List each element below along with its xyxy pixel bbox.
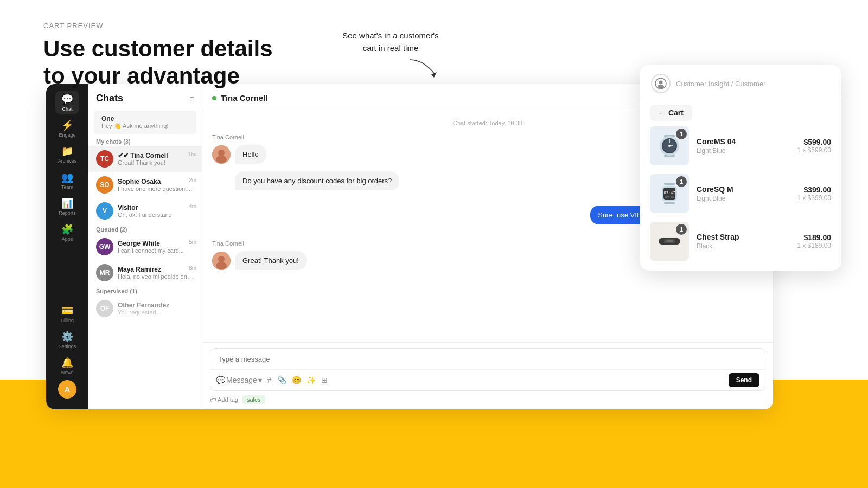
billing-nav-label: Billing bbox=[61, 318, 74, 323]
chat-avatar-visitor: V bbox=[96, 202, 113, 220]
svg-point-8 bbox=[218, 256, 225, 262]
svg-text:BPM 85: BPM 85 bbox=[665, 195, 674, 198]
insight-back-button[interactable]: ← Cart bbox=[650, 105, 692, 121]
settings-nav-label: Settings bbox=[59, 344, 76, 349]
chat-info-sophie: Sophie Osaka I have one more question. C… bbox=[118, 178, 194, 192]
cart-item-variant-cheststrap: Black bbox=[697, 242, 789, 250]
send-button[interactable]: Send bbox=[729, 373, 760, 387]
insight-breadcrumb: Customer Insight / Customer bbox=[676, 80, 765, 88]
cart-items-list: 1 CoreMS 04 Light Blue bbox=[640, 126, 841, 271]
message-type-btn[interactable]: 💬 Message ▾ bbox=[216, 376, 262, 384]
svg-point-3 bbox=[216, 156, 227, 163]
attachment-btn[interactable]: 📎 bbox=[277, 376, 286, 384]
annotation: See what's in a customer's cart in real … bbox=[336, 30, 445, 79]
annotation-arrow bbox=[336, 57, 445, 79]
cart-item-name-cheststrap: Chest Strap bbox=[697, 233, 789, 241]
cart-item-variant-corems: Light Blue bbox=[697, 147, 789, 155]
chat-name-maya: Maya Ramirez bbox=[118, 266, 194, 273]
my-chats-label: My chats (3) bbox=[88, 136, 202, 146]
chat-avatar-tina: TC bbox=[96, 150, 113, 168]
nav-icon-chat[interactable]: 💬 Chat bbox=[55, 91, 79, 114]
cart-item-price-corems: $599.00 bbox=[797, 138, 831, 146]
svg-point-2 bbox=[218, 150, 225, 156]
archives-nav-label: Archives bbox=[58, 158, 77, 164]
chat-time-tina: 15s bbox=[188, 151, 196, 157]
chat-contact-name: Tina Cornell bbox=[221, 93, 267, 102]
reports-nav-label: Reports bbox=[59, 210, 76, 216]
chat-preview-tina: Great! Thank you! bbox=[118, 159, 194, 166]
apps-nav-icon: 🧩 bbox=[61, 223, 73, 235]
cart-item-price-coresq: $399.00 bbox=[797, 185, 831, 194]
svg-point-11 bbox=[659, 81, 663, 85]
chat-item-supervised[interactable]: OF Other Fernandez You requested... bbox=[88, 296, 202, 322]
chat-preview-supervised: You requested... bbox=[118, 309, 194, 316]
queued-label: Queued (2) bbox=[88, 224, 202, 234]
nav-icon-news[interactable]: 🔔 News bbox=[55, 354, 79, 378]
main-heading: Use customer details to your advantage bbox=[43, 35, 273, 90]
svg-rect-22 bbox=[664, 202, 675, 204]
chat-time-visitor: 4m bbox=[189, 203, 196, 209]
chat-time-george: 5m bbox=[189, 239, 196, 245]
cart-item-unit-coresq: 1 x $399.00 bbox=[797, 194, 831, 202]
chat-list-panel: Chats ≡ One Hey 👋 Ask me anything! My ch… bbox=[88, 84, 202, 409]
chat-info-george: George White I can't connect my card... bbox=[118, 240, 194, 254]
cart-item-info-cheststrap: Chest Strap Black bbox=[697, 233, 789, 250]
news-nav-label: News bbox=[61, 370, 74, 375]
nav-icon-apps[interactable]: 🧩 Apps bbox=[55, 221, 79, 245]
online-status-dot bbox=[212, 96, 216, 100]
sidebar-nav: 💬 Chat ⚡ Engage 📁 Archives 👥 Team 📊 Repo… bbox=[46, 84, 88, 409]
user-avatar[interactable]: A bbox=[58, 380, 76, 399]
one-item-preview: Hey 👋 Ask me anything! bbox=[101, 123, 189, 130]
cart-item-price-col-corems: $599.00 1 x $599.00 bbox=[797, 138, 831, 154]
chat-message-input[interactable] bbox=[210, 349, 765, 369]
chat-item-sophie[interactable]: SO Sophie Osaka I have one more question… bbox=[88, 172, 202, 198]
cart-item-img-corems: 1 bbox=[650, 126, 689, 165]
chat-item-visitor[interactable]: V Visitor Oh, ok. I understand 4m bbox=[88, 198, 202, 224]
msg-bubble-hello: Hello bbox=[235, 145, 266, 164]
insight-header: Customer Insight / Customer bbox=[640, 65, 841, 97]
nav-icon-archives[interactable]: 📁 Archives bbox=[55, 143, 79, 166]
chat-name-supervised: Other Fernandez bbox=[118, 301, 194, 309]
left-content: CART PREVIEW Use customer details to you… bbox=[43, 22, 273, 90]
hash-btn[interactable]: # bbox=[267, 376, 272, 384]
chat-item-tina[interactable]: TC ✔✔ Tina Cornell Great! Thank you! 15s bbox=[88, 146, 202, 172]
engage-nav-label: Engage bbox=[59, 132, 75, 138]
chat-preview-george: I can't connect my card... bbox=[118, 247, 194, 254]
page-background: CART PREVIEW Use customer details to you… bbox=[0, 0, 868, 488]
nav-icon-engage[interactable]: ⚡ Engage bbox=[55, 117, 79, 140]
svg-text:03:47: 03:47 bbox=[663, 191, 675, 195]
nav-icon-settings[interactable]: ⚙️ Settings bbox=[55, 328, 79, 352]
one-item[interactable]: One Hey 👋 Ask me anything! bbox=[94, 111, 196, 134]
cart-item-info-coresq: CoreSQ M Light Blue bbox=[697, 185, 789, 202]
apps-btn[interactable]: ⊞ bbox=[321, 376, 328, 384]
chat-item-maya[interactable]: MR Maya Ramirez Hola, no veo mi pedido e… bbox=[88, 260, 202, 286]
one-item-name: One bbox=[101, 115, 189, 123]
magic-btn[interactable]: ✨ bbox=[307, 376, 316, 384]
chat-nav-icon: 💬 bbox=[61, 93, 73, 105]
chat-item-george[interactable]: GW George White I can't connect my card.… bbox=[88, 234, 202, 260]
team-nav-label: Team bbox=[61, 184, 73, 190]
chat-name-sophie: Sophie Osaka bbox=[118, 178, 194, 185]
chat-preview-visitor: Oh, ok. I understand bbox=[118, 211, 194, 218]
chat-avatar-maya: MR bbox=[96, 264, 113, 281]
cart-item-name-corems: CoreMS 04 bbox=[697, 137, 789, 146]
nav-icon-team[interactable]: 👥 Team bbox=[55, 169, 79, 192]
nav-icon-billing[interactable]: 💳 Billing bbox=[55, 302, 79, 326]
svg-rect-21 bbox=[664, 183, 675, 185]
svg-rect-29 bbox=[666, 240, 673, 242]
add-tag-button[interactable]: 🏷 Add tag bbox=[210, 396, 238, 403]
engage-nav-icon: ⚡ bbox=[61, 119, 73, 131]
chat-avatar-george: GW bbox=[96, 238, 113, 255]
news-nav-icon: 🔔 bbox=[61, 357, 73, 369]
cart-item-unit-corems: 1 x $599.00 bbox=[797, 146, 831, 154]
chat-avatar-supervised: OF bbox=[96, 300, 113, 317]
filter-icon[interactable]: ≡ bbox=[190, 94, 194, 103]
chat-input-box: 💬 Message ▾ # 📎 😊 ✨ ⊞ Send bbox=[210, 348, 765, 391]
cart-item-info-corems: CoreMS 04 Light Blue bbox=[697, 137, 789, 155]
sales-tag-badge[interactable]: sales bbox=[242, 395, 265, 404]
nav-icon-reports[interactable]: 📊 Reports bbox=[55, 195, 79, 219]
emoji-btn[interactable]: 😊 bbox=[292, 376, 301, 384]
message-icon: 💬 bbox=[216, 376, 225, 384]
msg-bubble-thanks: Great! Thank you! bbox=[235, 251, 307, 270]
cart-item-name-coresq: CoreSQ M bbox=[697, 185, 789, 194]
